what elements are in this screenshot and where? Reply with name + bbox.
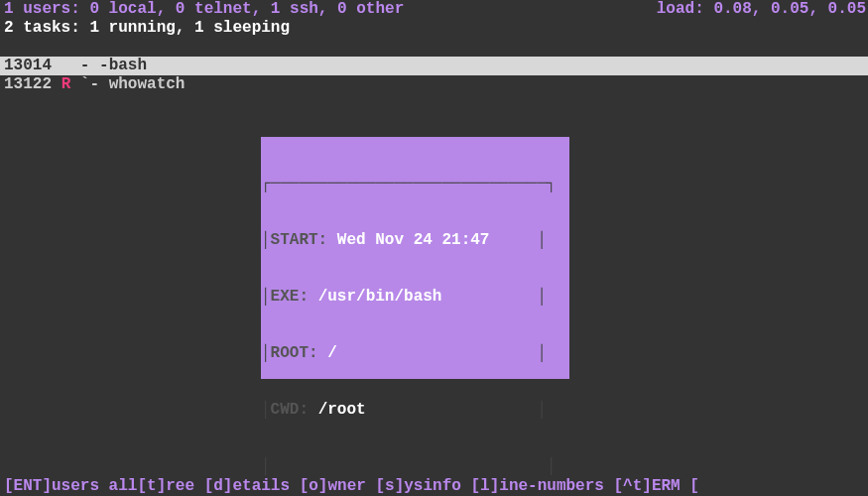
popup-cwd-label: CWD: <box>271 401 309 419</box>
process-row[interactable]: 13014 - -bash <box>0 57 868 75</box>
popup-start-value: Wed Nov 24 21:47 <box>337 231 490 249</box>
process-state <box>62 57 71 74</box>
popup-cwd-value: /root <box>318 401 366 419</box>
popup-root-value: / <box>327 344 337 362</box>
process-row[interactable]: 13122 R `- whowatch <box>0 75 868 94</box>
blank-line <box>0 38 868 57</box>
popup-exe-row: │EXE: /usr/bin/bash │ <box>261 288 569 307</box>
tree-branch: `- <box>70 75 108 93</box>
popup-start-label: START: <box>271 231 328 249</box>
process-state: R <box>62 75 71 93</box>
process-pid: 13122 <box>4 75 52 93</box>
users-summary: 1 users: 0 local, 0 telnet, 1 ssh, 0 oth… <box>4 0 404 19</box>
popup-root-label: ROOT: <box>271 344 318 362</box>
popup-exe-label: EXE: <box>271 288 309 306</box>
popup-cwd-row: │CWD: /root │ <box>261 401 569 420</box>
tasks-summary: 2 tasks: 1 running, 1 sleeping <box>0 19 868 38</box>
process-pid: 13014 <box>4 57 52 74</box>
header-users-load: 1 users: 0 local, 0 telnet, 1 ssh, 0 oth… <box>0 0 868 19</box>
footer-text: [ENT]users all[t]ree [d]etails [o]wner [… <box>4 477 699 495</box>
popup-blank-row: │ │ <box>261 457 569 476</box>
process-list: 13014 - -bash13122 R `- whowatch <box>0 57 868 94</box>
process-details-popup: ┌─────────────────────────────┐ │START: … <box>261 137 569 379</box>
process-command: -bash <box>99 57 147 74</box>
popup-border-top: ┌─────────────────────────────┐ <box>261 175 569 193</box>
load-average: load: 0.08, 0.05, 0.05 <box>657 0 868 19</box>
process-command: whowatch <box>109 75 186 93</box>
popup-start-row: │START: Wed Nov 24 21:47 │ <box>261 231 569 250</box>
popup-root-row: │ROOT: / │ <box>261 344 569 363</box>
popup-exe-value: /usr/bin/bash <box>318 288 442 306</box>
footer-keybindings: [ENT]users all[t]ree [d]etails [o]wner [… <box>0 477 868 496</box>
tree-branch: - <box>70 57 99 74</box>
